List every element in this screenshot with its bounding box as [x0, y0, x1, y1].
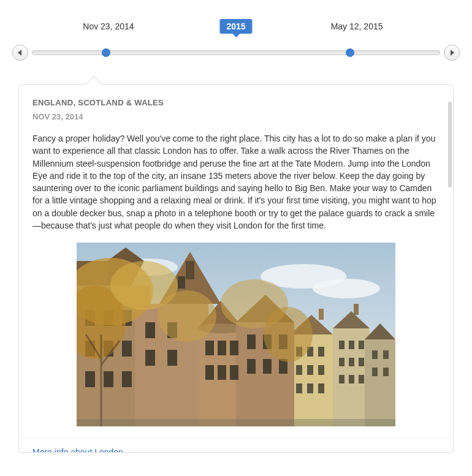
svg-rect-28: [349, 375, 354, 383]
svg-rect-55: [122, 371, 132, 387]
svg-rect-32: [372, 368, 378, 376]
svg-rect-63: [230, 341, 238, 355]
timeline-date-label-0: Nov 23, 2014: [83, 21, 134, 31]
svg-point-4: [313, 279, 380, 298]
svg-rect-10: [365, 339, 395, 426]
svg-rect-15: [296, 365, 302, 375]
svg-rect-24: [339, 358, 344, 366]
svg-rect-41: [186, 261, 194, 279]
svg-rect-33: [383, 368, 389, 376]
timeline-prev-button[interactable]: [12, 45, 28, 61]
timeline-point-0[interactable]: [102, 48, 110, 57]
timeline-labels: Nov 23, 2014 2015 May 12, 2015: [12, 21, 460, 40]
svg-rect-61: [205, 341, 214, 355]
svg-rect-71: [263, 359, 272, 374]
card-body-text: Fancy a proper holiday? Well you've come…: [32, 132, 440, 232]
svg-rect-34: [319, 309, 324, 320]
svg-rect-17: [318, 365, 324, 375]
card-scroll[interactable]: ENGLAND, SCOTLAND & WALES NOV 23, 2014 F…: [19, 85, 453, 452]
svg-marker-0: [18, 50, 21, 56]
svg-rect-67: [247, 334, 256, 349]
svg-rect-52: [122, 341, 132, 357]
svg-rect-30: [372, 350, 378, 359]
svg-rect-31: [383, 350, 389, 359]
svg-rect-35: [354, 304, 359, 315]
svg-point-78: [264, 307, 313, 362]
timeline-next-button[interactable]: [444, 45, 460, 61]
svg-rect-21: [339, 341, 344, 349]
svg-rect-16: [307, 365, 313, 375]
timeline-date-label-1: May 12, 2015: [331, 21, 383, 31]
timeline-point-1[interactable]: [346, 48, 354, 57]
svg-rect-64: [205, 365, 214, 380]
svg-rect-58: [145, 350, 155, 366]
timeline-year-badge: 2015: [219, 19, 252, 34]
svg-rect-56: [145, 322, 155, 338]
svg-rect-19: [307, 383, 313, 393]
svg-marker-1: [451, 50, 454, 56]
svg-rect-62: [218, 341, 226, 355]
svg-point-76: [158, 290, 216, 342]
svg-rect-53: [85, 371, 95, 387]
card-image: [77, 243, 395, 426]
card-title: ENGLAND, SCOTLAND & WALES: [32, 98, 440, 107]
svg-rect-20: [318, 383, 324, 393]
more-info-link[interactable]: More info about London: [32, 447, 123, 452]
timeline-track-row: [12, 45, 460, 61]
timeline: Nov 23, 2014 2015 May 12, 2015: [12, 21, 460, 77]
card-footer: More info about London: [19, 437, 453, 452]
svg-rect-26: [359, 358, 364, 366]
timeline-track[interactable]: [32, 50, 440, 55]
chevron-right-icon: [449, 50, 454, 56]
card-date: NOV 23, 2014: [32, 112, 440, 121]
svg-rect-14: [318, 347, 324, 357]
svg-rect-27: [339, 375, 344, 383]
svg-rect-22: [349, 341, 354, 349]
svg-rect-70: [247, 359, 256, 374]
svg-rect-23: [359, 341, 364, 349]
content-card: ENGLAND, SCOTLAND & WALES NOV 23, 2014 F…: [18, 84, 454, 453]
chevron-left-icon: [18, 50, 23, 56]
svg-rect-59: [167, 350, 177, 366]
svg-rect-65: [218, 365, 226, 380]
svg-rect-29: [359, 375, 364, 383]
svg-rect-82: [77, 419, 395, 426]
svg-rect-54: [104, 371, 113, 387]
svg-rect-60: [178, 276, 185, 289]
svg-rect-18: [296, 383, 302, 393]
svg-rect-25: [349, 358, 354, 366]
svg-rect-66: [230, 365, 238, 380]
